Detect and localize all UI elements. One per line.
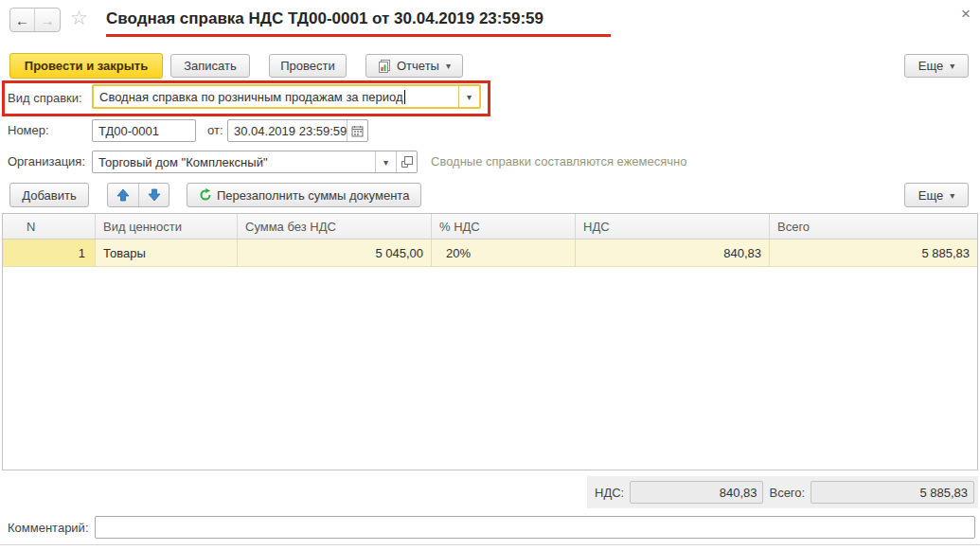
totals-vat-value: 840,83 [630, 481, 763, 504]
column-header-kind[interactable]: Вид ценности [96, 214, 238, 239]
totals-vat-label: НДС: [595, 486, 624, 500]
date-input[interactable]: 30.04.2019 23:59:59 [227, 119, 368, 142]
column-header-vat-rate[interactable]: % НДС [432, 214, 576, 239]
kind-dropdown-button[interactable]: ▾ [458, 86, 479, 107]
more-grid-label: Еще [918, 188, 943, 203]
refresh-icon [199, 188, 212, 202]
title-red-underline [106, 34, 611, 37]
table-header-row: N Вид ценности Сумма без НДС % НДС НДС В… [3, 214, 977, 240]
kind-field-label: Вид справки: [8, 91, 82, 105]
vat-rate-cell[interactable]: 20% [432, 240, 576, 267]
chevron-down-icon: ▾ [446, 61, 451, 71]
organization-input[interactable]: Торговый дом "Комплексный" ▾ [92, 151, 418, 173]
page-title: Сводная справка НДС ТД00-0001 от 30.04.2… [106, 9, 543, 28]
date-input-value: 30.04.2019 23:59:59 [228, 124, 347, 138]
more-button-label: Еще [918, 59, 943, 73]
organization-hint-text: Сводные справки составляются ежемесячно [431, 154, 686, 169]
text-cursor [404, 90, 405, 104]
number-field-label: Номер: [8, 123, 49, 137]
refill-sums-label: Перезаполнить суммы документа [217, 188, 409, 203]
total-cell[interactable]: 5 885,83 [770, 240, 977, 267]
organization-input-value: Торговый дом "Комплексный" [93, 155, 375, 169]
calendar-button[interactable] [347, 120, 367, 141]
column-header-vat[interactable]: НДС [576, 214, 770, 239]
organization-field-label: Организация: [8, 154, 85, 169]
comment-field-label: Комментарий: [8, 521, 89, 535]
kind-input[interactable]: Сводная справка по розничным продажам за… [92, 84, 481, 109]
open-link-icon [401, 156, 413, 168]
command-bar: Провести и закрыть Записать Провести Отч… [0, 53, 980, 80]
move-row-up-button[interactable] [108, 184, 138, 206]
chevron-down-icon: ▾ [950, 190, 954, 201]
more-button-grid[interactable]: Еще ▾ [904, 183, 969, 207]
date-field-label: от: [207, 123, 223, 137]
column-header-total[interactable]: Всего [770, 214, 977, 239]
reports-button-label: Отчеты [397, 59, 439, 73]
column-header-sum-no-vat[interactable]: Сумма без НДС [238, 214, 432, 239]
write-button[interactable]: Записать [170, 54, 250, 78]
post-button[interactable]: Провести [269, 54, 347, 78]
arrow-up-icon [116, 188, 130, 202]
sum-no-vat-cell[interactable]: 5 045,00 [238, 240, 432, 267]
reports-button[interactable]: Отчеты ▾ [365, 54, 463, 78]
arrow-down-icon [148, 188, 161, 202]
organization-open-button[interactable] [396, 151, 417, 172]
items-table: N Вид ценности Сумма без НДС % НДС НДС В… [2, 213, 978, 470]
favorites-star-icon[interactable]: ☆ [70, 7, 88, 29]
move-row-down-button[interactable] [138, 184, 169, 206]
more-button-top[interactable]: Еще ▾ [904, 54, 969, 78]
comment-input[interactable] [95, 516, 975, 539]
history-nav: ← → [9, 8, 61, 32]
table-row[interactable]: 1 Товары 5 045,00 20% 840,83 5 885,83 [3, 240, 977, 267]
vat-cell[interactable]: 840,83 [576, 240, 770, 267]
bottom-divider [0, 544, 980, 545]
forward-arrow-icon[interactable]: → [35, 9, 60, 31]
totals-total-label: Всего: [769, 486, 805, 500]
totals-panel: НДС: 840,83 Всего: 5 885,83 [587, 476, 978, 508]
value-kind-cell[interactable]: Товары [96, 240, 238, 267]
refill-sums-button[interactable]: Перезаполнить суммы документа [187, 183, 421, 207]
back-arrow-icon[interactable]: ← [10, 9, 35, 31]
kind-input-value: Сводная справка по розничным продажам за… [99, 90, 403, 104]
number-input-value: ТД00-0001 [93, 124, 195, 138]
calendar-icon [351, 125, 364, 137]
row-number-cell[interactable]: 1 [3, 240, 96, 267]
close-icon[interactable]: × [961, 6, 971, 22]
move-row-buttons [107, 183, 169, 207]
add-row-button[interactable]: Добавить [9, 183, 89, 207]
column-header-n[interactable]: N [3, 214, 96, 239]
document-window: ← → ☆ Сводная справка НДС ТД00-0001 от 3… [0, 0, 980, 550]
report-icon [378, 59, 392, 73]
totals-total-value: 5 885,83 [811, 481, 974, 504]
number-input[interactable]: ТД00-0001 [92, 119, 196, 142]
chevron-down-icon: ▾ [950, 61, 954, 71]
post-and-close-button[interactable]: Провести и закрыть [9, 53, 163, 79]
organization-dropdown-button[interactable]: ▾ [375, 151, 396, 172]
